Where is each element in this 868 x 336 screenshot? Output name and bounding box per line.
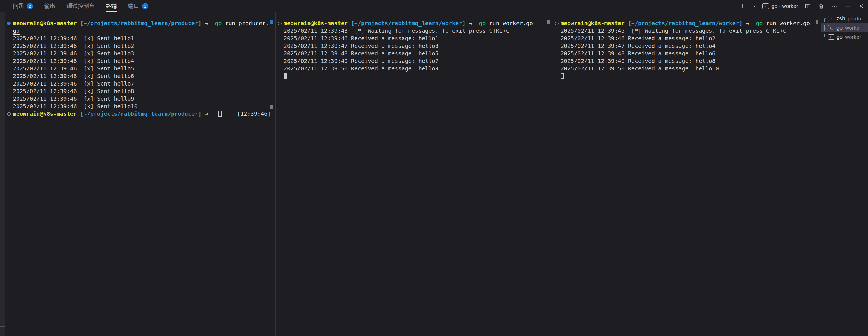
active-terminal-selector[interactable]: >_ go - worker [762, 3, 798, 9]
terminal-line: 2025/02/11 12:39:48 Received a message: … [276, 50, 552, 57]
text-segment: 2025/02/11 12:39:46 [x] Sent hello4 [13, 57, 134, 65]
terminal-line: 2025/02/11 12:39:46 [x] Sent hello10 [5, 103, 275, 110]
text-segment: 2025/02/11 12:39:45 [*] Waiting for mess… [561, 27, 786, 35]
terminal-pane-2[interactable]: meowrain@k8s-master [~/projects/rabbitmq… [276, 12, 552, 336]
terminal-text: 2025/02/11 12:39:46 [x] Sent hello10 [13, 103, 275, 110]
terminal-list-item-go[interactable]: └>_goworker [821, 32, 868, 42]
maximize-panel-button[interactable] [844, 2, 852, 10]
terminal-list-item-go[interactable]: ├>_goworker [821, 23, 868, 32]
tree-connector: ┌ [823, 15, 828, 22]
tab-ports[interactable]: 端口1 [128, 0, 148, 12]
terminal-text: 2025/02/11 12:39:49 Received a message: … [561, 57, 821, 65]
terminal-line: 2025/02/11 12:39:46 [x] Sent hello7 [5, 80, 275, 88]
sidebar-divider[interactable] [821, 12, 821, 336]
decoration-spacer [5, 35, 13, 42]
tab-badge: 2 [27, 3, 33, 9]
decoration-spacer [276, 35, 284, 42]
terminal-name: go [836, 34, 842, 40]
text-segment: 2025/02/11 12:39:46 [x] Sent hello2 [13, 42, 134, 50]
text-segment: go [13, 27, 20, 35]
command-decoration-hollow[interactable] [276, 20, 284, 27]
tab-label: 端口 [128, 1, 139, 12]
decoration-spacer [553, 50, 561, 57]
text-segment: meowrain@k8s-master [284, 20, 348, 27]
terminal-line: 2025/02/11 12:39:46 [x] Sent hello5 [5, 65, 275, 72]
terminal-description: worker [845, 25, 861, 31]
decoration-spacer [5, 88, 13, 95]
terminal-cursor [218, 111, 221, 116]
text-segment [348, 20, 351, 27]
more-actions-button[interactable] [831, 2, 838, 10]
close-panel-button[interactable] [857, 2, 865, 10]
new-terminal-button[interactable] [739, 2, 747, 10]
text-segment: 2025/02/11 12:39:50 Received a message: … [561, 65, 719, 72]
text-segment: 2025/02/11 12:39:49 Received a message: … [561, 57, 716, 65]
tab-problems[interactable]: 问题2 [13, 0, 33, 12]
terminal-description: produ… [847, 15, 867, 22]
active-terminal-label: go - worker [772, 3, 798, 9]
text-segment: 2025/02/11 12:39:46 [x] Sent hello7 [13, 80, 134, 88]
terminal-pane-1[interactable]: meowrain@k8s-master [~/projects/rabbitmq… [5, 12, 275, 336]
decoration-spacer [5, 42, 13, 50]
decoration-spacer [5, 72, 13, 80]
terminal-cursor [561, 73, 564, 79]
text-segment: 2025/02/11 12:39:46 [x] Sent hello6 [13, 72, 134, 80]
text-segment: [~/projects/rabbitmq_learn/worker] [351, 20, 465, 27]
terminal-pane-3[interactable]: meowrain@k8s-master [~/projects/rabbitmq… [553, 12, 821, 336]
tab-terminal[interactable]: 终端 [106, 0, 117, 12]
terminal-line: meowrain@k8s-master [~/projects/rabbitmq… [276, 20, 552, 27]
terminal-text: 2025/02/11 12:39:46 [x] Sent hello2 [13, 42, 275, 50]
terminal-line: meowrain@k8s-master [~/projects/rabbitmq… [553, 20, 821, 27]
terminal-profile-dropdown-chevron-icon[interactable] [752, 2, 757, 10]
kill-terminal-button[interactable] [817, 2, 825, 10]
text-segment: 2025/02/11 12:39:47 Received a message: … [561, 42, 716, 50]
terminal-line: meowrain@k8s-master [~/projects/rabbitmq… [5, 110, 275, 118]
terminal-line: 2025/02/11 12:39:47 Received a message: … [276, 42, 552, 50]
terminal-line: 2025/02/11 12:39:49 Received a message: … [553, 57, 821, 65]
text-segment [202, 20, 205, 27]
terminal-list-item-zsh[interactable]: ┌>_zshprodu… [821, 14, 868, 23]
tree-connector: ├ [823, 25, 828, 31]
decoration-spacer [553, 65, 561, 72]
decoration-spacer [553, 42, 561, 50]
text-segment: producer. [239, 20, 269, 27]
terminal-line: 2025/02/11 12:39:46 Received a message: … [553, 35, 821, 42]
tab-label: 问题 [13, 1, 24, 12]
terminal-text: 2025/02/11 12:39:46 [x] Sent hello9 [13, 95, 275, 103]
command-decoration-hollow[interactable] [553, 20, 561, 27]
tab-output[interactable]: 输出 [44, 0, 55, 12]
text-segment: 2025/02/11 12:39:50 Received a message: … [284, 65, 439, 72]
terminal-text: 2025/02/11 12:39:48 Received a message: … [284, 50, 552, 57]
split-terminal-button[interactable] [804, 2, 811, 10]
panel-toolbar: >_ go - worker [739, 0, 865, 12]
text-segment: worker.go [780, 20, 810, 27]
decoration-spacer [276, 42, 284, 50]
terminal-tabs-sidebar: ┌>_zshprodu…├>_goworker└>_goworker [821, 12, 868, 336]
terminal-icon: >_ [762, 3, 769, 9]
pane-divider[interactable] [275, 12, 276, 336]
panel-tabs: 问题2输出调试控制台终端端口1 [0, 0, 148, 12]
text-segment: [~/projects/rabbitmq_learn/worker] [628, 20, 742, 27]
text-segment: 2025/02/11 12:39:46 [x] Sent hello8 [13, 88, 134, 95]
text-segment: 2025/02/11 12:39:46 [x] Sent hello10 [13, 103, 137, 110]
terminal-text: meowrain@k8s-master [~/projects/rabbitmq… [561, 20, 821, 27]
text-segment: [~/projects/rabbitmq_learn/producer] [80, 110, 202, 118]
terminal-text: 2025/02/11 12:39:46 [x] Sent hello1 [13, 35, 275, 42]
pane-divider[interactable] [552, 12, 553, 336]
terminal-text: 2025/02/11 12:39:50 Received a message: … [284, 65, 552, 72]
text-segment: → [205, 110, 208, 118]
text-segment: → [469, 20, 472, 27]
overview-ruler-mark [271, 20, 273, 24]
terminal-line: 2025/02/11 12:39:46 [x] Sent hello1 [5, 35, 275, 42]
terminal-name: zsh [836, 15, 845, 22]
command-decoration-hollow[interactable] [5, 110, 13, 118]
text-segment: go [756, 20, 763, 27]
terminal-line: 2025/02/11 12:39:46 [x] Sent hello2 [5, 42, 275, 50]
tab-label: 调试控制台 [67, 1, 95, 12]
terminal-line: 2025/02/11 12:39:50 Received a message: … [553, 65, 821, 72]
tab-debug-console[interactable]: 调试控制台 [67, 0, 95, 12]
command-decoration-filled[interactable] [5, 20, 13, 27]
terminal-text: 2025/02/11 12:39:46 [x] Sent hello4 [13, 57, 275, 65]
right-prompt-time: [12:39:46] [237, 110, 271, 118]
terminal-text: 2025/02/11 12:39:46 [x] Sent hello8 [13, 88, 275, 95]
